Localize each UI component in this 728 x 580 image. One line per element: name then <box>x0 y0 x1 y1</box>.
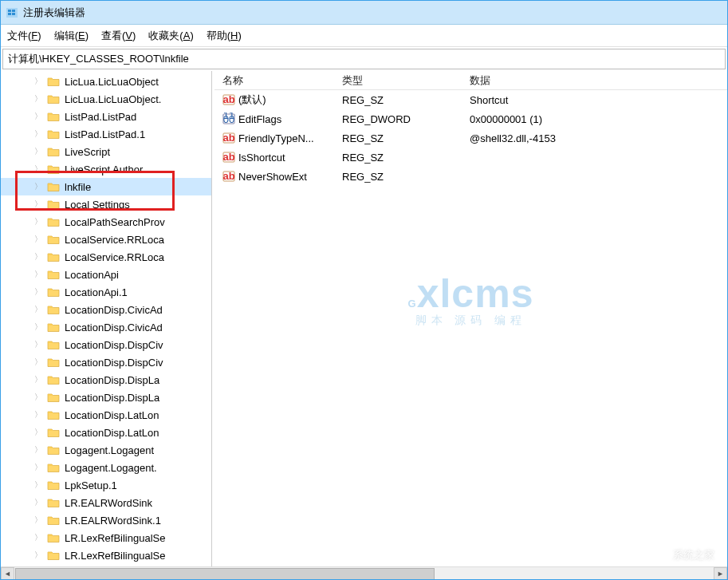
tree-item[interactable]: 〉LiveScript Author <box>1 160 211 178</box>
tree-item[interactable]: 〉LicLua.LicLuaObject <box>1 73 211 90</box>
tree-item[interactable]: 〉LocationDisp.CivicAd <box>1 301 211 318</box>
expand-arrow-icon[interactable]: 〉 <box>33 93 44 105</box>
folder-icon <box>47 409 60 420</box>
tree-item[interactable]: 〉LocationDisp.DispCiv <box>1 336 211 353</box>
tree-item-label: LocalPathSearchProv <box>63 216 165 228</box>
tree-item[interactable]: 〉ListPad.ListPad.1 <box>1 125 211 143</box>
svg-text:ab: ab <box>222 151 234 163</box>
expand-arrow-icon[interactable]: 〉 <box>33 322 44 333</box>
expand-arrow-icon[interactable]: 〉 <box>33 497 44 508</box>
value-row[interactable]: ab(默认)REG_SZShortcut <box>214 90 727 109</box>
tree-item-label: LocationDisp.DispCiv <box>63 357 163 369</box>
tree-item[interactable]: 〉LocationApi <box>1 266 211 283</box>
expand-arrow-icon[interactable]: 〉 <box>33 532 44 543</box>
expand-arrow-icon[interactable]: 〉 <box>33 181 44 192</box>
tree-item[interactable]: 〉LocalPathSearchProv <box>1 213 211 231</box>
tree-item[interactable]: 〉LocationDisp.LatLon <box>1 406 211 424</box>
expand-arrow-icon[interactable]: 〉 <box>33 550 44 561</box>
expand-arrow-icon[interactable]: 〉 <box>33 409 44 420</box>
tree-item[interactable]: 〉LocationDisp.CivicAd <box>1 318 211 336</box>
watermark: Gxlcms 脚本 源码 编程 <box>408 270 534 328</box>
scroll-right-button[interactable]: ► <box>714 567 727 581</box>
expand-arrow-icon[interactable]: 〉 <box>33 199 44 210</box>
expand-arrow-icon[interactable]: 〉 <box>33 304 44 315</box>
folder-icon <box>47 251 60 262</box>
expand-arrow-icon[interactable]: 〉 <box>33 234 44 245</box>
expand-arrow-icon[interactable]: 〉 <box>33 515 44 526</box>
tree-item[interactable]: 〉LR.EALRWordSink.1 <box>1 511 211 529</box>
tree-item-label: LocationDisp.DispLa <box>63 374 159 386</box>
expand-arrow-icon[interactable]: 〉 <box>33 111 44 122</box>
expand-arrow-icon[interactable]: 〉 <box>33 427 44 438</box>
tree-item-label: LocationDisp.DispCiv <box>63 339 163 351</box>
tree-item[interactable]: 〉Logagent.Logagent <box>1 441 211 459</box>
expand-arrow-icon[interactable]: 〉 <box>33 462 44 473</box>
expand-arrow-icon[interactable]: 〉 <box>33 76 44 87</box>
expand-arrow-icon[interactable]: 〉 <box>33 251 44 262</box>
tree-item-label: LocationDisp.DispLa <box>63 392 159 404</box>
tree-item[interactable]: 〉LocationDisp.LatLon <box>1 424 211 441</box>
expand-arrow-icon[interactable]: 〉 <box>33 357 44 368</box>
header-data[interactable]: 数据 <box>462 73 727 88</box>
tree-item[interactable]: 〉LpkSetup.1 <box>1 476 211 494</box>
tree-item-label: Local Settings <box>63 199 130 211</box>
value-row[interactable]: abIsShortcutREG_SZ <box>214 148 727 167</box>
scroll-thumb[interactable] <box>15 568 435 580</box>
tree-item[interactable]: 〉ListPad.ListPad <box>1 108 211 125</box>
tree-item[interactable]: 〉LiveScript <box>1 143 211 160</box>
expand-arrow-icon[interactable]: 〉 <box>33 164 44 175</box>
header-type[interactable]: 类型 <box>334 73 462 88</box>
tree-item[interactable]: 〉Logagent.Logagent. <box>1 459 211 476</box>
tree-item[interactable]: 〉LicLua.LicLuaObject. <box>1 90 211 108</box>
svg-text:ab: ab <box>222 132 234 144</box>
tree-item[interactable]: 〉LR.EALRWordSink <box>1 494 211 511</box>
value-row[interactable]: abFriendlyTypeN...REG_SZ@shell32.dll,-41… <box>214 128 727 148</box>
tree-item-label: LR.EALRWordSink <box>63 497 152 509</box>
folder-icon <box>47 532 60 543</box>
tree-item[interactable]: 〉lnkfile <box>1 178 211 195</box>
tree-item-label: LocationDisp.LatLon <box>63 427 159 439</box>
value-type: REG_SZ <box>334 132 462 144</box>
horizontal-scrollbar[interactable]: ◄ ► <box>1 566 727 580</box>
expand-arrow-icon[interactable]: 〉 <box>33 479 44 491</box>
expand-arrow-icon[interactable]: 〉 <box>33 286 44 298</box>
menu-favorites[interactable]: 收藏夹(A) <box>148 29 193 43</box>
tree-item[interactable]: 〉LocalService.RRLoca <box>1 231 211 248</box>
tree-item-label: LR.LexRefBilingualSe <box>63 532 165 544</box>
expand-arrow-icon[interactable]: 〉 <box>33 339 44 350</box>
address-text: 计算机\HKEY_CLASSES_ROOT\lnkfile <box>8 52 189 66</box>
expand-arrow-icon[interactable]: 〉 <box>33 146 44 157</box>
tree-item[interactable]: 〉LR.LexRefBilingualSe <box>1 546 211 564</box>
tree-item[interactable]: 〉LocalService.RRLoca <box>1 248 211 266</box>
tree-item[interactable]: 〉LocationDisp.DispLa <box>1 371 211 389</box>
folder-icon <box>47 427 60 438</box>
tree-view[interactable]: 〉LicLua.LicLuaObject〉LicLua.LicLuaObject… <box>1 71 212 566</box>
menu-help[interactable]: 帮助(H) <box>207 29 242 43</box>
header-name[interactable]: 名称 <box>214 73 334 88</box>
address-bar[interactable]: 计算机\HKEY_CLASSES_ROOT\lnkfile <box>2 49 726 69</box>
tree-item[interactable]: 〉LocationDisp.DispLa <box>1 389 211 406</box>
svg-text:ab: ab <box>222 170 234 182</box>
app-icon <box>6 6 18 19</box>
expand-arrow-icon[interactable]: 〉 <box>33 269 44 280</box>
svg-rect-16 <box>655 557 659 562</box>
expand-arrow-icon[interactable]: 〉 <box>33 374 44 385</box>
menu-view[interactable]: 查看(V) <box>101 29 136 43</box>
expand-arrow-icon[interactable]: 〉 <box>33 392 44 403</box>
expand-arrow-icon[interactable]: 〉 <box>33 128 44 140</box>
expand-arrow-icon[interactable]: 〉 <box>33 216 44 227</box>
scroll-track[interactable] <box>14 567 714 581</box>
menu-edit[interactable]: 编辑(E) <box>54 29 89 43</box>
value-row[interactable]: abNeverShowExtREG_SZ <box>214 167 727 186</box>
tree-item[interactable]: 〉LR.LexRefBilingualSe <box>1 529 211 546</box>
scroll-left-button[interactable]: ◄ <box>1 567 14 581</box>
expand-arrow-icon[interactable]: 〉 <box>33 444 44 456</box>
tree-item[interactable]: 〉LocationDisp.DispCiv <box>1 353 211 371</box>
tree-item[interactable]: 〉LocationApi.1 <box>1 283 211 301</box>
value-row[interactable]: 01101001EditFlagsREG_DWORD0x00000001 (1) <box>214 109 727 128</box>
values-list[interactable]: 名称 类型 数据 ab(默认)REG_SZShortcut01101001Edi… <box>214 71 727 566</box>
tree-item[interactable]: 〉Local Settings <box>1 195 211 213</box>
folder-icon <box>47 462 60 473</box>
string-value-icon: ab <box>222 170 235 183</box>
menu-file[interactable]: 文件(F) <box>7 29 41 43</box>
